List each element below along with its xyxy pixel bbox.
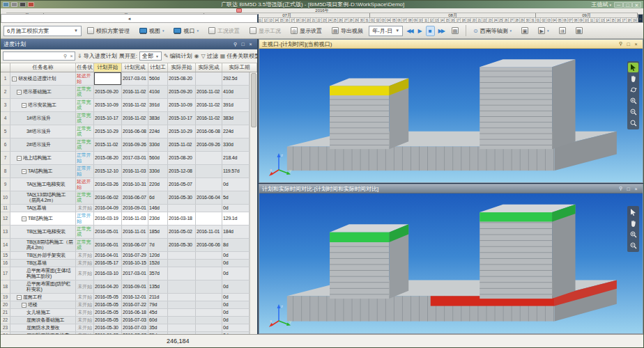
collapse-icon[interactable]: −: [22, 169, 26, 174]
column-header[interactable]: 实际完成: [196, 63, 222, 72]
close-icon[interactable]: ×: [247, 42, 254, 47]
timeline-scroll-left[interactable]: ◄: [1, 14, 259, 23]
timeline-day-cell[interactable]: 13: [600, 18, 606, 22]
link-model-button[interactable]: ▦ 任务关联模型: [220, 52, 257, 60]
table-row[interactable]: 11TA区幕墙未开始2016-04-092016-09-01146d0d: [1, 205, 250, 212]
simulation-scheme-select[interactable]: 6月施工模拟方案 ▼: [3, 26, 82, 36]
select-tool-icon[interactable]: [628, 207, 638, 217]
timeline-day-cell[interactable]: 21: [311, 18, 316, 22]
table-row[interactable]: 21女儿墙施工未开始2016-05-052016-06-1845d0d: [1, 309, 250, 317]
timeline-slider-handle[interactable]: [236, 8, 242, 13]
timeline-day-cell[interactable]: 13: [434, 18, 440, 22]
search-icon[interactable]: ⚲: [62, 54, 68, 59]
timeline-day-cell[interactable]: 17: [290, 18, 296, 22]
zoom-in-icon[interactable]: [628, 230, 638, 239]
play-button[interactable]: ▶: [416, 26, 424, 35]
timeline-day-cell[interactable]: 03: [546, 18, 552, 22]
float-icon[interactable]: □: [239, 42, 247, 47]
timeline-day-cell[interactable]: 07: [402, 18, 408, 22]
timeline-day-cell[interactable]: 15: [445, 18, 450, 22]
timeline-day-cell[interactable]: 25: [332, 18, 338, 22]
table-row[interactable]: 14TB区8层结构施工（层高4.2m）正常完成2016-06-012016-06…: [1, 239, 250, 252]
timeline-day-cell[interactable]: 02: [541, 18, 546, 22]
timeline-day-cell[interactable]: 26: [338, 18, 344, 22]
timeline-day-cell[interactable]: 06: [397, 18, 402, 22]
select-tool-icon[interactable]: [628, 63, 638, 72]
timeline-day-cell[interactable]: 14: [605, 18, 611, 22]
timeline-day-cell[interactable]: 04: [552, 18, 558, 22]
timeline-day-cell[interactable]: 18: [295, 18, 300, 22]
zoom-out-icon[interactable]: [628, 107, 638, 117]
column-header[interactable]: 计划开始: [94, 63, 122, 72]
table-row[interactable]: 9TA区施工电梯安装延迟开始2016-03-262016-10-31220d20…: [1, 178, 250, 191]
collapse-icon[interactable]: −: [22, 303, 26, 308]
redo-icon[interactable]: [28, 2, 34, 7]
3d-canvas-planned[interactable]: z x y: [259, 49, 643, 182]
table-row[interactable]: 23屋面防水及整改未开始2016-05-302016-07-0335d0d: [1, 324, 250, 332]
collapse-icon[interactable]: −: [22, 103, 26, 108]
timeline-day-cell[interactable]: 27: [343, 18, 348, 22]
date-format-select[interactable]: 年-月-日 ▼: [369, 26, 403, 36]
user-menu[interactable]: 王德斌 ▾: [591, 1, 611, 8]
search-input[interactable]: [3, 53, 62, 59]
timeline-day-cell[interactable]: 22: [316, 18, 322, 22]
pin-icon[interactable]: ⚲: [231, 42, 239, 47]
collapse-icon[interactable]: −: [17, 90, 22, 95]
timeline-day-cell[interactable]: 16: [450, 18, 456, 22]
show-work-condition-button[interactable]: 显示工况: [245, 25, 285, 37]
table-row[interactable]: 2−塔吊基础施工正常完成2015-09-202016-11-02410d2015…: [1, 86, 250, 99]
timeline-day-cell[interactable]: 31: [530, 18, 536, 22]
timeline-day-cell[interactable]: 27: [509, 18, 514, 22]
timeline-day-cell[interactable]: 20: [471, 18, 477, 22]
table-row[interactable]: 53#塔吊顶升正常完成2015-10-292016-06-08224d2015-…: [1, 125, 250, 139]
save-icon[interactable]: [11, 2, 17, 7]
timeline-day-cell[interactable]: 17: [455, 18, 461, 22]
timeline-day-cell[interactable]: 23: [322, 18, 328, 22]
close-icon[interactable]: ×: [632, 42, 640, 47]
import-schedule-button[interactable]: ⇓ 导入进度计划: [77, 52, 117, 60]
timeline-day-cell[interactable]: 17: [621, 18, 627, 22]
float-icon[interactable]: □: [624, 187, 632, 191]
table-row[interactable]: 41#塔吊顶升正常完成2015-10-172016-11-02383d2015-…: [1, 112, 250, 125]
viewport-layout-button[interactable]: ▦: [572, 25, 587, 36]
timeline-day-cell[interactable]: 10: [584, 18, 590, 22]
timeline-day-cell[interactable]: 14: [274, 18, 279, 22]
timeline-day-cell[interactable]: 16: [616, 18, 622, 22]
expand-level-select[interactable]: 全部 ▼: [139, 52, 162, 61]
table-row[interactable]: 8−TA结构施工正常开始2015-12-102016-11-03330d2015…: [1, 165, 250, 178]
timeline-day-cell[interactable]: 19: [300, 18, 306, 22]
timeline-day-cell[interactable]: 01: [370, 18, 376, 22]
pan-tool-icon[interactable]: [628, 219, 638, 228]
timeline-day-cell[interactable]: 22: [482, 18, 488, 22]
timeline-day-cell[interactable]: 25: [498, 18, 504, 22]
table-row[interactable]: 20−塔楼未开始2016-05-052016-07-2279d0d: [1, 301, 250, 309]
column-header[interactable]: 计划工期: [148, 63, 168, 72]
clear-search-icon[interactable]: ×: [68, 54, 75, 58]
timeline-scroll-right[interactable]: ►: [638, 14, 643, 23]
table-row[interactable]: 3−塔吊安装施工正常完成2015-10-092016-11-02391d2015…: [1, 99, 250, 112]
timeline-day-cell[interactable]: 14: [439, 18, 445, 22]
timeline-day-cell[interactable]: 30: [525, 18, 530, 22]
timeline-day-cell[interactable]: 24: [327, 18, 332, 22]
stop-button[interactable]: ■: [426, 26, 435, 36]
screenshot-button[interactable]: ▣: [517, 25, 532, 36]
export-video-button[interactable]: ▤ 导出视频: [328, 25, 367, 37]
pin-icon[interactable]: ⚲: [617, 186, 624, 191]
scheme-manager-button[interactable]: 模拟方案管理: [83, 25, 134, 37]
timeline-day-cell[interactable]: 04: [386, 18, 392, 22]
orbit-tool-icon[interactable]: [628, 85, 638, 95]
viewport-button[interactable]: 视口 ▾: [169, 25, 203, 37]
table-row[interactable]: 17总平面布置图(主体结构施工阶段)未开始2016-03-102017-03-0…: [1, 267, 250, 280]
timeline-day-cell[interactable]: 23: [487, 18, 493, 22]
timeline-day-cell[interactable]: 19: [466, 18, 472, 22]
filter-button[interactable]: ▽ 过滤: [201, 52, 218, 60]
zoom-out-icon[interactable]: [628, 241, 638, 251]
timeline-day-cell[interactable]: 06: [562, 18, 568, 22]
collapse-icon[interactable]: −: [17, 156, 22, 161]
fast-forward-button[interactable]: ▶▶: [436, 26, 446, 35]
column-header[interactable]: 任务状态: [76, 63, 94, 72]
display-settings-button[interactable]: ◎ 显示设置: [286, 25, 326, 37]
timeline-day-cell[interactable]: 15: [279, 18, 284, 22]
timeline-day-cell[interactable]: 11: [589, 18, 595, 22]
timeline-day-cell[interactable]: 24: [493, 18, 498, 22]
